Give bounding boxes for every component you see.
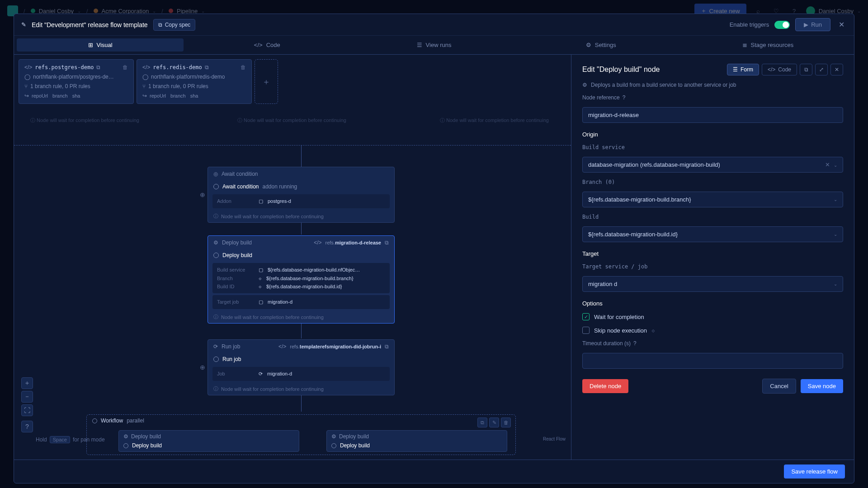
close-panel-button[interactable]: ✕ — [830, 64, 843, 75]
edit-icon: ✎ — [21, 21, 26, 28]
code-icon: </> — [278, 343, 286, 350]
info-icon: ⓘ — [213, 314, 218, 320]
mini-node-deploy[interactable]: ⚙Deploy build Deploy build — [118, 430, 299, 452]
chevron-down-icon: ⌄ — [834, 197, 837, 202]
timeout-input[interactable] — [582, 353, 843, 369]
chevron-down-icon: ⌄ — [834, 163, 837, 168]
gear-icon: ⚙ — [123, 433, 128, 440]
close-icon: ✕ — [835, 66, 839, 73]
branch-label: Branch (0) — [582, 179, 843, 185]
status-icon — [92, 418, 97, 423]
target-heading: Target — [582, 250, 843, 257]
node-reference-label: Node reference? — [582, 94, 843, 101]
drag-handle-icon[interactable]: ⊕ — [200, 364, 205, 371]
delete-node-button[interactable]: Delete node — [582, 379, 628, 393]
code-icon: </> — [254, 42, 263, 48]
status-icon — [123, 443, 128, 448]
branch-select[interactable]: ${refs.database-migration-build.branch}⌄ — [582, 192, 843, 207]
options-heading: Options — [582, 300, 843, 307]
expand-button[interactable]: ⤢ — [815, 64, 828, 75]
cube-icon: ▢ — [259, 267, 263, 273]
node-reference-input[interactable] — [582, 107, 843, 123]
expand-icon: ⤢ — [819, 66, 824, 73]
node-deploy-build[interactable]: ⚙Deploy build</>refs.migration-d-release… — [208, 235, 395, 324]
timeout-label: Timeout duration (s)? — [582, 340, 843, 347]
status-icon — [213, 253, 219, 258]
help-button[interactable]: ? — [21, 421, 33, 432]
tab-view-runs[interactable]: ☰View runs — [350, 38, 517, 52]
copy-spec-button[interactable]: ⧉Copy spec — [153, 19, 196, 31]
form-icon: ☰ — [733, 66, 738, 73]
tab-code[interactable]: </>Code — [184, 38, 350, 52]
copy-icon[interactable]: ⧉ — [477, 418, 487, 427]
build-service-label: Build service — [582, 144, 843, 150]
react-flow-label: React Flow — [543, 436, 566, 441]
pan-hint: HoldSpacefor pan mode — [36, 436, 105, 443]
panel-title: Edit "Deploy build" node — [582, 66, 660, 74]
tab-stage-resources[interactable]: ≣Stage resources — [684, 38, 851, 52]
chevron-down-icon: ⌄ — [834, 282, 837, 286]
build-select[interactable]: ${refs.database-migration-build.id}⌄ — [582, 226, 843, 242]
save-release-flow-button[interactable]: Save release flow — [784, 465, 845, 479]
workflow-parallel[interactable]: Workflowparallel ⧉ ✎ 🗑 ⚙Deploy build Dep… — [86, 414, 516, 455]
cube-icon: ▢ — [259, 198, 263, 204]
link-icon: ⟐ — [259, 284, 262, 289]
target-service-select[interactable]: migration d⌄ — [582, 276, 843, 292]
edit-icon[interactable]: ✎ — [489, 418, 499, 427]
play-icon: ▶ — [804, 21, 808, 28]
tab-visual[interactable]: ⊞Visual — [17, 38, 184, 52]
close-button[interactable]: ✕ — [836, 19, 847, 30]
gear-icon: ⚙ — [213, 239, 218, 246]
help-icon[interactable]: ? — [633, 340, 637, 347]
build-service-select[interactable]: database-migration (refs.database-migrat… — [582, 157, 843, 173]
chevron-down-icon: ⌄ — [834, 232, 837, 237]
run-icon: ⟳ — [259, 371, 263, 377]
gear-icon: ⚙ — [582, 82, 587, 88]
trash-icon[interactable]: 🗑 — [501, 418, 511, 427]
run-icon: ⟳ — [213, 343, 218, 350]
copy-icon[interactable]: ⧉ — [385, 239, 389, 246]
list-icon: ☰ — [417, 42, 422, 48]
clear-icon[interactable]: ✕ — [825, 161, 830, 168]
cube-icon: ▢ — [259, 299, 263, 305]
enable-triggers-toggle[interactable] — [774, 21, 790, 29]
copy-button[interactable]: ⧉ — [800, 64, 812, 75]
fit-view-button[interactable]: ⛶ — [21, 404, 33, 416]
origin-heading: Origin — [582, 131, 843, 138]
form-view-button[interactable]: ☰Form — [727, 64, 759, 75]
code-icon: </> — [314, 239, 321, 246]
build-label: Build — [582, 214, 843, 220]
zoom-out-button[interactable]: － — [21, 391, 33, 403]
sheet-title: Edit "Development" release flow template — [32, 21, 148, 28]
copy-icon: ⧉ — [804, 66, 808, 73]
zoom-in-button[interactable]: ＋ — [21, 377, 33, 389]
node-run-job[interactable]: ⊕ ⟳Run job</>refs.templaterefsmigration-… — [208, 339, 395, 395]
run-button[interactable]: ▶Run — [795, 18, 830, 31]
status-icon — [213, 357, 219, 362]
mini-node-deploy[interactable]: ⚙Deploy build Deploy build — [326, 430, 507, 452]
copy-icon: ⧉ — [158, 22, 162, 28]
status-icon — [331, 443, 336, 448]
link-icon: ⟐ — [259, 276, 262, 281]
drag-handle-icon[interactable]: ⊕ — [200, 191, 205, 198]
tree-icon: ⊞ — [88, 42, 93, 48]
code-icon: </> — [768, 66, 775, 73]
tab-settings[interactable]: ⚙Settings — [518, 38, 684, 52]
skip-node-checkbox[interactable]: ✓Skip node execution⟐ — [582, 327, 843, 334]
info-icon: ⓘ — [213, 213, 218, 220]
copy-icon[interactable]: ⧉ — [385, 343, 389, 350]
status-icon — [213, 184, 219, 189]
target-service-label: Target service / job — [582, 263, 843, 270]
gear-icon: ⚙ — [586, 42, 591, 48]
save-node-button[interactable]: Save node — [801, 379, 843, 393]
cancel-button[interactable]: Cancel — [762, 379, 796, 394]
wait-for-completion-checkbox[interactable]: ✓Wait for completion — [582, 313, 843, 320]
condition-icon: ◎ — [213, 171, 218, 177]
panel-description: ⚙Deploys a build from a build service to… — [582, 82, 843, 88]
info-icon: ⓘ — [213, 385, 218, 392]
code-view-button[interactable]: </>Code — [762, 64, 797, 75]
help-icon[interactable]: ? — [623, 94, 626, 101]
link-icon: ⟐ — [651, 327, 655, 334]
layers-icon: ≣ — [742, 42, 747, 48]
node-await-condition[interactable]: ⊕ ◎Await condition Await conditionaddon … — [208, 167, 395, 223]
